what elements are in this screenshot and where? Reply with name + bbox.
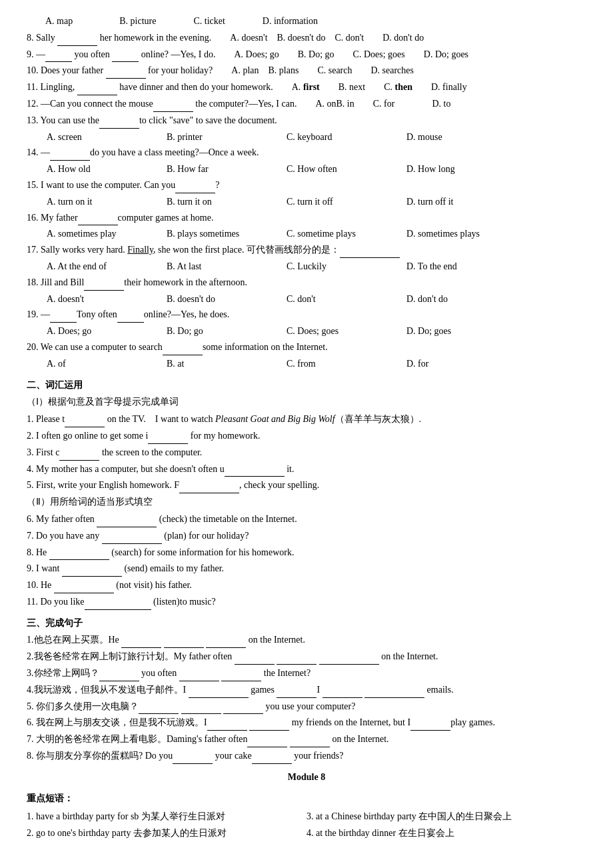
fill-q8: 8. He (search) for some information for … [27,545,586,561]
key-phrases-table: 1. have a birthday party for sb 为某人举行生日派… [27,809,586,842]
q17: 17. Sally works very hard. Finally, she … [27,242,586,258]
sent-q2: 2.我爸爸经常在网上制订旅行计划。My father often on the … [27,649,586,665]
fill-q9: 9. I want (send) emails to my father. [27,561,586,577]
q19-options: A. Does; go B. Do; go C. Does; goes D. D… [27,323,586,339]
q11: 11. Lingling, have dinner and then do yo… [27,79,586,95]
phrase-col2: 3. at a Chinese birthday party 在中国人的生日聚会… [306,809,586,842]
vocab-q5: 5. First, write your English homework. F… [27,477,586,493]
key-phrases-title: 重点短语： [27,791,586,807]
sent-q7: 7. 大明的爸爸经常在网上看电影。Daming's father often o… [27,731,586,747]
vocab-q2: 2. I often go online to get some i for m… [27,428,586,444]
sent-q5: 5. 你们多久使用一次电脑？ you use your computer? [27,699,586,715]
vocab-q4: 4. My mother has a computer, but she doe… [27,461,586,477]
fill-q10: 10. He (not visit) his father. [27,577,586,593]
sent-q8: 8. 你与朋友分享你的蛋糕吗? Do you your cake your fr… [27,748,586,764]
q20-options: A. of B. at C. from D. for [27,356,586,372]
q19: 19. —Tony oftenonline?—Yes, he does. [27,307,586,323]
q14: 14. —do you have a class meeting?—Once a… [27,145,586,161]
q13-options: A. screen B. printer C. keyboard D. mous… [27,129,586,145]
fill-q6: 6. My father often (check) the timetable… [27,511,586,527]
module-title: Module 8 [27,769,586,785]
sub1-title: （Ⅰ）根据句意及首字母提示完成单词 [27,394,586,410]
q12: 12. —Can you connect the mouse the compu… [27,96,586,112]
phrase4: 4. at the birthday dinner 在生日宴会上 [306,825,586,841]
sent-q4: 4.我玩游戏，但我从不发送电子邮件。I games I emails. [27,682,586,698]
q10: 10. Does your father for your holiday? A… [27,63,586,79]
q9: 9. — you often online? —Yes, I do. A. Do… [27,47,586,63]
sub2-title: （Ⅱ）用所给词的适当形式填空 [27,494,586,510]
sent-q3: 3.你经常上网吗？ you often the Internet? [27,665,586,681]
q16-options: A. sometimes play B. plays sometimes C. … [27,226,586,242]
q15-options: A. turn on it B. turn it on C. turn it o… [27,194,586,210]
vocab-q3: 3. First c the screen to the computer. [27,445,586,461]
fill-q11: 11. Do you like (listen)to music? [27,594,586,610]
phrase-col1: 1. have a birthday party for sb 为某人举行生日派… [27,809,306,842]
q17-options: A. At the end of B. At last C. Luckily D… [27,259,586,275]
phrase1: 1. have a birthday party for sb 为某人举行生日派… [27,809,300,825]
q13: 13. You can use theto click "save" to sa… [27,113,586,129]
phrase3: 3. at a Chinese birthday party 在中国人的生日聚会… [306,809,586,825]
q16: 16. My fathercomputer games at home. [27,210,586,226]
section3-title: 三、完成句子 [27,615,586,631]
q15: 15. I want to use the computer. Can you? [27,177,586,193]
sent-q6: 6. 我在网上与朋友交谈，但是我不玩游戏。I my friends on the… [27,715,586,731]
fill-q7: 7. Do you have any (plan) for our holida… [27,528,586,544]
section2-title: 二、词汇运用 [27,377,586,393]
vocab-q1: 1. Please t on the TV. I want to watch P… [27,411,586,427]
sent-q1: 1.他总在网上买票。He on the Internet. [27,632,586,648]
phrase2: 2. go to one's birthday party 去参加某人的生日派对 [27,825,300,841]
q18-options: A. doesn't B. doesn't do C. don't D. don… [27,291,586,307]
q8: 8. Sally her homework in the evening. A.… [27,30,586,46]
top-options-line: A. map B. picture C. ticket D. informati… [27,13,586,29]
q20: 20. We can use a computer to searchsome … [27,339,586,355]
q18: 18. Jill and Billtheir homework in the a… [27,275,586,291]
q14-options: A. How old B. How far C. How often D. Ho… [27,161,586,177]
